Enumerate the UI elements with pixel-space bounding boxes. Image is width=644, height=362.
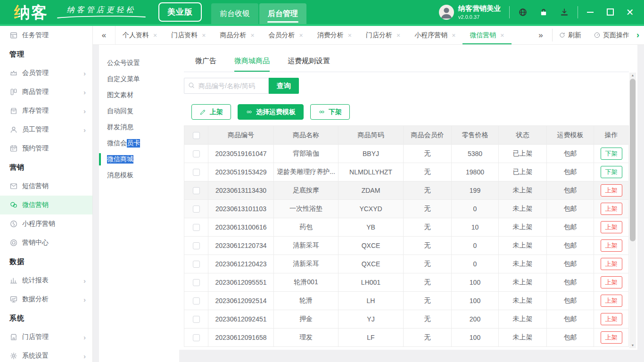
action-button-上架[interactable]: 上架 xyxy=(191,104,231,120)
sidebar-item-商品管理[interactable]: 商品管理› xyxy=(0,82,92,101)
tab-close-icon[interactable]: × xyxy=(500,32,504,39)
row-action-button-上架[interactable]: 上架 xyxy=(601,276,622,288)
submenu-item-微信商城[interactable]: 微信商城 xyxy=(99,151,179,167)
cell-product-name: 理发 xyxy=(274,329,339,347)
page-operations-button[interactable]: 页面操作 xyxy=(587,26,636,44)
row-checkbox[interactable] xyxy=(193,297,200,304)
pencil-icon xyxy=(199,108,206,115)
row-checkbox[interactable] xyxy=(193,334,200,341)
tab-close-icon[interactable]: × xyxy=(348,32,352,39)
vertical-scrollbar[interactable]: ▲ ▼ xyxy=(629,73,636,348)
tab-close-icon[interactable]: × xyxy=(202,32,206,39)
tabs-scroll-left-icon[interactable]: « xyxy=(93,26,116,44)
cell-status: 未上架 xyxy=(499,310,547,329)
select-all-checkbox[interactable] xyxy=(193,132,200,139)
sidebar-item-短信营销[interactable]: 短信营销 xyxy=(0,177,92,196)
table-row: 20230519161047背部瑜伽BBYJ无5380已上架包邮下架 xyxy=(184,145,629,163)
cell-product-code: QXCE xyxy=(339,237,404,255)
scroll-down-icon[interactable]: ▼ xyxy=(629,343,636,348)
sidebar-item-会员管理[interactable]: 会员管理› xyxy=(0,64,92,82)
row-action-button-上架[interactable]: 上架 xyxy=(601,313,622,325)
row-action-button-上架[interactable]: 上架 xyxy=(601,295,622,307)
sidebar-item-营销中心[interactable]: 营销中心 xyxy=(0,233,92,252)
doc-tab-label: 商品分析 xyxy=(220,31,246,40)
submenu-item-自定义菜单[interactable]: 自定义菜单 xyxy=(99,71,179,87)
submenu-item-微信会员卡[interactable]: 微信会员卡 xyxy=(99,135,179,151)
avatar[interactable] xyxy=(439,5,454,20)
submenu-item-自动回复[interactable]: 自动回复 xyxy=(99,103,179,119)
row-checkbox[interactable] xyxy=(193,279,200,286)
doc-tab-消费分析[interactable]: 消费分析× xyxy=(310,26,359,44)
doc-tab-门店资料[interactable]: 门店资料× xyxy=(164,26,213,44)
sidebar-item-员工管理[interactable]: 员工管理› xyxy=(0,120,92,139)
top-nav-前台收银[interactable]: 前台收银 xyxy=(211,3,258,24)
search-button[interactable]: 查询 xyxy=(269,78,299,94)
top-nav-后台管理[interactable]: 后台管理 xyxy=(259,3,306,24)
scrollbar-thumb[interactable] xyxy=(630,79,636,241)
submenu-item-群发消息[interactable]: 群发消息 xyxy=(99,119,179,135)
scroll-up-icon[interactable]: ▲ xyxy=(629,73,636,78)
content-tab-微广告[interactable]: 微广告 xyxy=(195,57,216,72)
row-action-button-下架[interactable]: 下架 xyxy=(601,166,622,178)
cell-shipping-template: 包邮 xyxy=(547,200,594,218)
refresh-button[interactable]: 刷新 xyxy=(553,26,587,44)
sidebar-item-任务管理[interactable]: 任务管理 xyxy=(0,26,92,45)
doc-tab-会员分析[interactable]: 会员分析× xyxy=(262,26,310,44)
content-tab-微商城商品[interactable]: 微商城商品 xyxy=(234,57,270,72)
row-action-button-上架[interactable]: 上架 xyxy=(601,184,622,197)
doc-tab-小程序营销[interactable]: 小程序营销× xyxy=(407,26,462,44)
sidebar-item-数据分析[interactable]: 数据分析› xyxy=(0,290,92,309)
submenu-item-图文素材[interactable]: 图文素材 xyxy=(99,87,179,103)
row-checkbox[interactable] xyxy=(193,242,200,249)
tab-close-icon[interactable]: × xyxy=(299,32,303,39)
doc-tab-个人资料[interactable]: 个人资料× xyxy=(116,26,164,44)
action-button-选择运费模板[interactable]: 选择运费模板 xyxy=(238,104,304,120)
action-button-下架[interactable]: 下架 xyxy=(310,104,350,120)
row-checkbox-cell xyxy=(184,237,208,255)
row-checkbox[interactable] xyxy=(193,150,200,157)
sidebar-item-统计报表[interactable]: 统计报表› xyxy=(0,271,92,290)
search-input[interactable] xyxy=(184,78,269,94)
row-action-button-上架[interactable]: 上架 xyxy=(601,203,622,215)
row-checkbox[interactable] xyxy=(193,187,200,194)
sidebar-item-库存管理[interactable]: 库存管理› xyxy=(0,101,92,120)
column-header-商品编号: 商品编号 xyxy=(208,126,274,145)
row-checkbox[interactable] xyxy=(193,169,200,176)
close-icon[interactable]: ✕ xyxy=(626,8,634,16)
tab-close-icon[interactable]: × xyxy=(452,32,455,39)
row-action-button-下架[interactable]: 下架 xyxy=(601,148,622,160)
minimize-icon[interactable] xyxy=(586,8,594,16)
maximize-icon[interactable] xyxy=(606,8,614,16)
submenu-item-公众号设置[interactable]: 公众号设置 xyxy=(99,55,179,71)
row-action-button-上架[interactable]: 上架 xyxy=(601,239,622,252)
row-checkbox-cell xyxy=(184,181,208,200)
tab-close-icon[interactable]: × xyxy=(153,32,157,39)
tab-close-icon[interactable]: × xyxy=(250,32,254,39)
tabs-scroll-right-icon[interactable]: » xyxy=(529,26,552,44)
submenu-item-消息模板[interactable]: 消息模板 xyxy=(99,167,179,183)
row-action-button-上架[interactable]: 上架 xyxy=(601,221,622,233)
content-tab-运费规则设置[interactable]: 运费规则设置 xyxy=(288,57,330,72)
row-checkbox[interactable] xyxy=(193,261,200,268)
doc-tab-商品分析[interactable]: 商品分析× xyxy=(213,26,261,44)
row-checkbox[interactable] xyxy=(193,206,200,213)
edition-button[interactable]: 美业版 xyxy=(158,2,202,22)
row-checkbox[interactable] xyxy=(193,224,200,231)
row-action-button-上架[interactable]: 上架 xyxy=(601,331,622,344)
download-icon[interactable] xyxy=(560,8,569,17)
sidebar-item-小程序营销[interactable]: 小程序营销 xyxy=(0,214,92,233)
inventory-icon xyxy=(9,107,18,115)
workspace: 公众号设置自定义菜单图文素材自动回复群发消息微信会员卡微信商城消息模板 微广告微… xyxy=(93,45,644,362)
sidebar-item-门店管理[interactable]: 门店管理› xyxy=(0,328,92,346)
doc-tab-微信营销[interactable]: 微信营销× xyxy=(462,26,511,44)
page-forward-icon[interactable]: › xyxy=(636,26,644,44)
row-action-button-上架[interactable]: 上架 xyxy=(601,258,622,270)
sidebar-item-系统设置[interactable]: 系统设置› xyxy=(0,346,92,362)
sidebar-item-微信营销[interactable]: 微信营销 xyxy=(0,196,92,214)
support-icon[interactable] xyxy=(518,8,528,17)
row-checkbox[interactable] xyxy=(193,316,200,323)
sidebar-item-预约管理[interactable]: 预约管理 xyxy=(0,139,92,158)
lock-icon[interactable] xyxy=(539,8,548,17)
doc-tab-门店分析[interactable]: 门店分析× xyxy=(359,26,407,44)
tab-close-icon[interactable]: × xyxy=(396,32,400,39)
